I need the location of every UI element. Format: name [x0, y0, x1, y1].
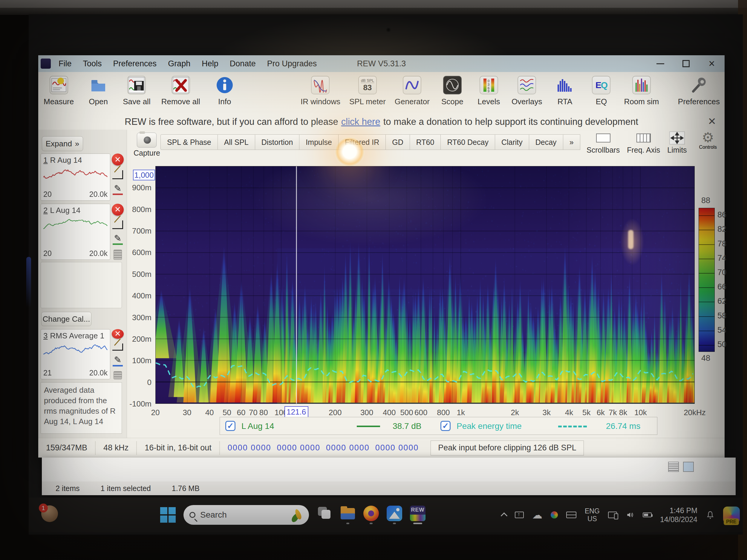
toolbar-middle-spl-meter-button[interactable]: dB SPL83SPL meter	[349, 75, 386, 106]
spectrogram-plot[interactable]	[155, 166, 695, 404]
x-tick-label: 20	[151, 408, 160, 417]
taskbar-search[interactable]: Search	[183, 505, 309, 525]
touch-keyboard-icon[interactable]	[566, 512, 576, 518]
scrollbars-button[interactable]: Scrollbars	[587, 130, 620, 154]
minimize-button[interactable]	[647, 55, 673, 72]
measurement-thumbnail[interactable]: 2L Aug 14 20 20.0k	[41, 204, 110, 260]
trace-color-icon[interactable]: ✎	[113, 355, 123, 367]
edit-graph-icon[interactable]	[112, 220, 123, 230]
capture-button[interactable]: Capture	[134, 133, 160, 157]
maximize-button[interactable]	[673, 55, 699, 72]
delete-measurement-icon[interactable]: ✕	[112, 204, 124, 216]
notes-icon[interactable]	[113, 371, 122, 379]
toolbar-middle-levels-button[interactable]: 0369Levels	[475, 75, 503, 106]
change-cal-button[interactable]: Change Cal...	[41, 312, 92, 326]
project-display-icon[interactable]	[515, 512, 524, 518]
legend-checkbox-l-aug-14[interactable]: ✓	[225, 421, 235, 431]
widgets-icon[interactable]	[551, 511, 558, 518]
toolbar-left-remove-all-button[interactable]: Remove all	[161, 75, 200, 106]
copilot-icon[interactable]: PRE	[723, 507, 740, 523]
close-button[interactable]: ×	[699, 55, 725, 72]
tab-distortion[interactable]: Distortion	[255, 134, 300, 150]
toolbar-left-info-button[interactable]: Info	[211, 75, 238, 106]
file-explorer-icon	[340, 506, 356, 521]
measurement-notes[interactable]: Averaged data produced from the rms magn…	[41, 382, 122, 434]
legend-checkbox-peak-energy-time[interactable]: ✓	[440, 421, 450, 431]
notifications-bell-icon[interactable]	[706, 510, 715, 519]
onedrive-cloud-icon[interactable]: ☁	[532, 510, 542, 520]
menu-item-help[interactable]: Help	[202, 59, 218, 69]
tab-item[interactable]: »	[563, 134, 580, 150]
eq-icon: EQ	[591, 75, 611, 95]
taskbar-app-with-badge[interactable]: 1	[41, 505, 58, 522]
menu-item-file[interactable]: File	[58, 59, 72, 69]
toolbar-middle-eq-button[interactable]: EQEQ	[588, 75, 615, 106]
banner-close-icon[interactable]: ✕	[708, 115, 717, 127]
tab-filtered-ir[interactable]: Filtered IR	[338, 134, 386, 150]
explorer-item-count: 2 items	[56, 484, 80, 493]
toolbar-middle-room-sim-button[interactable]: Room sim	[624, 75, 659, 106]
expand-button[interactable]: Expand »	[42, 136, 83, 151]
menubar: FileToolsPreferencesGraphHelpDonatePro U…	[58, 59, 317, 69]
overlays-icon	[517, 75, 537, 95]
tab-clarity[interactable]: Clarity	[495, 134, 529, 150]
thumbnail-view-icon[interactable]	[683, 462, 694, 472]
trace-color-icon[interactable]: ✎	[113, 234, 123, 245]
freq-axis-button[interactable]: Freq. Axis	[627, 130, 660, 154]
toolbar-left-measure-button[interactable]: Measure	[44, 75, 74, 106]
toolbar-middle-scope-button[interactable]: Scope	[439, 75, 466, 106]
file-explorer-button[interactable]	[340, 506, 356, 524]
toolbar-middle-ir-windows-button[interactable]: IR windows	[301, 75, 340, 106]
toolbar-right-preferences-button[interactable]: Preferences	[678, 75, 720, 106]
delete-measurement-icon[interactable]: ✕	[112, 154, 124, 165]
toolbar-middle-rta-button[interactable]: RTA	[551, 75, 578, 106]
start-button[interactable]	[160, 507, 176, 523]
tab-decay[interactable]: Decay	[529, 134, 563, 150]
limits-button[interactable]: Limits	[667, 130, 687, 154]
measurement-thumbnail[interactable]: 1R Aug 14 20 20.0k	[41, 154, 110, 201]
battery-icon[interactable]	[643, 512, 652, 517]
toolbar-left-save-all-button[interactable]: Save all	[123, 75, 151, 106]
photos-button[interactable]	[387, 506, 402, 524]
cursor-frequency-readout: 121.6	[284, 406, 308, 418]
trace-color-icon[interactable]: ✎	[113, 184, 123, 195]
measurement-thumbnail[interactable]: 3RMS Average 1 21 20.0k	[41, 329, 110, 379]
rew-taskbar-button[interactable]: REW	[410, 506, 426, 524]
menu-item-preferences[interactable]: Preferences	[113, 59, 157, 69]
measurement-panel-1[interactable]: 1R Aug 14 20 20.0k ✕ ✎	[41, 154, 125, 201]
language-switcher[interactable]: ENG US	[585, 507, 600, 523]
tab-all-spl[interactable]: All SPL	[218, 134, 255, 150]
delete-measurement-icon[interactable]: ✕	[112, 329, 124, 339]
tab-rt60[interactable]: RT60	[410, 134, 441, 150]
taskbar-clock[interactable]: 1:46 PM 14/08/2024	[660, 506, 697, 524]
menu-item-donate[interactable]: Donate	[230, 59, 256, 69]
toolbar-left-open-button[interactable]: Open	[84, 75, 112, 106]
menu-item-graph[interactable]: Graph	[168, 59, 190, 69]
toolbar-middle-generator-button[interactable]: Generator	[395, 75, 430, 106]
limits-icon	[669, 130, 685, 146]
tab-rt60-decay[interactable]: RT60 Decay	[441, 134, 495, 150]
menu-item-pro-upgrades[interactable]: Pro Upgrades	[267, 59, 317, 69]
edit-graph-icon[interactable]	[112, 170, 123, 179]
toolbar-middle-overlays-button[interactable]: Overlays	[512, 75, 542, 106]
taskbar-center: Search	[160, 498, 426, 532]
measurement-actions: ✕ ✎	[110, 154, 125, 201]
tab-impulse[interactable]: Impulse	[300, 134, 338, 150]
connected-devices-icon[interactable]	[608, 512, 617, 518]
notes-icon[interactable]	[113, 250, 122, 260]
controls-button[interactable]: ⚙ Controls	[699, 130, 717, 150]
edit-graph-icon[interactable]	[112, 344, 123, 351]
tray-overflow-icon[interactable]	[501, 512, 508, 519]
task-view-button[interactable]	[317, 506, 332, 524]
tab-gd[interactable]: GD	[386, 134, 410, 150]
measurement-panel-2[interactable]: 2L Aug 14 20 20.0k ✕ ✎	[41, 204, 125, 260]
donation-link[interactable]: click here	[341, 116, 380, 127]
gear-icon: ⚙	[702, 130, 714, 144]
firefox-button[interactable]	[363, 506, 379, 524]
tab-spl-phase[interactable]: SPL & Phase	[160, 134, 218, 150]
menu-item-tools[interactable]: Tools	[83, 59, 102, 69]
view-button-label: Freq. Axis	[627, 146, 660, 154]
details-view-icon[interactable]	[668, 462, 679, 472]
volume-icon[interactable]	[625, 511, 634, 519]
measurement-panel-3[interactable]: 3RMS Average 1 21 20.0k ✕ ✎	[41, 329, 125, 379]
